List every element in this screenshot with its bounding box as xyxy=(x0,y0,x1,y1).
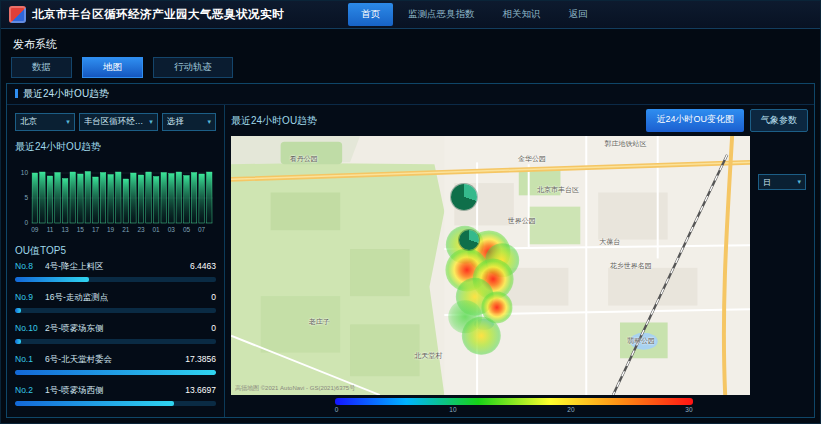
map-label-4: 世界公园 xyxy=(508,216,536,226)
map-pie-marker-0 xyxy=(451,184,477,210)
panel-header: 最近24小时OU趋势 xyxy=(7,84,814,105)
svg-text:10: 10 xyxy=(21,169,29,176)
city-select[interactable]: 北京▾ xyxy=(15,113,75,131)
trend-chart-title: 最近24小时OU趋势 xyxy=(15,140,216,154)
top5-label: 1号-喷雾场西侧 xyxy=(45,385,181,397)
map-period-value: 日 xyxy=(763,177,771,188)
legend-ticks: 0102030 xyxy=(335,406,693,413)
top5-bar-fill xyxy=(15,339,21,344)
main-panel: 最近24小时OU趋势 北京▾丰台区循环经济产▾选择▾ 最近24小时OU趋势 05… xyxy=(6,83,815,418)
nav-item-3[interactable]: 返回 xyxy=(556,3,601,26)
ou-color-legend: 0102030 xyxy=(335,398,693,413)
top5-bar-track xyxy=(15,308,216,313)
app-window: 北京市丰台区循环经济产业园大气恶臭状况实时 首页监测点恶臭指数相关知识返回 发布… xyxy=(0,0,821,424)
map-button-1[interactable]: 气象参数 xyxy=(750,109,808,132)
top5-bar-fill xyxy=(15,308,21,313)
point-select[interactable]: 选择▾ xyxy=(162,113,216,131)
map-toolbar: 最近24小时OU趋势 近24小时OU变化图气象参数 xyxy=(231,109,808,132)
tab-0[interactable]: 数据 xyxy=(11,57,72,78)
publish-system-label: 发布系统 xyxy=(13,38,57,50)
svg-text:03: 03 xyxy=(168,226,176,233)
svg-text:11: 11 xyxy=(47,226,54,233)
map-row: 看丹公园郭庄地铁站区金华公园北京市丰台区世界公园大葆台花乡世界名园翡翠公园北天堂… xyxy=(231,136,808,395)
top5-item-row: No.21号-喷雾场西侧13.6697 xyxy=(15,385,216,397)
tab-1[interactable]: 地图 xyxy=(82,57,143,78)
top5-item-row: No.102号-喷雾场东侧0 xyxy=(15,323,216,335)
top-header: 北京市丰台区循环经济产业园大气恶臭状况实时 首页监测点恶臭指数相关知识返回 xyxy=(1,1,820,29)
svg-text:23: 23 xyxy=(137,226,145,233)
svg-text:15: 15 xyxy=(77,226,85,233)
map-label-3: 北京市丰台区 xyxy=(537,185,579,195)
map-label-1: 郭庄地铁站区 xyxy=(604,139,646,149)
top5-label: 16号-走动监测点 xyxy=(45,292,207,304)
top5-item-row: No.916号-走动监测点0 xyxy=(15,292,216,304)
top5-bar-fill xyxy=(15,401,174,406)
map-label-6: 花乡世界名园 xyxy=(610,261,652,271)
tab-2[interactable]: 行动轨迹 xyxy=(153,57,233,78)
top5-rank: No.9 xyxy=(15,292,41,302)
svg-text:07: 07 xyxy=(198,226,206,233)
chevron-down-icon: ▾ xyxy=(207,118,211,126)
map-button-0[interactable]: 近24小时OU变化图 xyxy=(646,109,744,132)
left-sidebar: 北京▾丰台区循环经济产▾选择▾ 最近24小时OU趋势 0510091113151… xyxy=(7,105,225,417)
top5-rank: No.1 xyxy=(15,354,41,364)
nav-item-1[interactable]: 监测点恶臭指数 xyxy=(395,3,488,26)
top5-rank: No.10 xyxy=(15,323,41,333)
app-logo xyxy=(9,6,26,23)
city-select-value: 北京 xyxy=(20,116,37,128)
map-basemap xyxy=(231,136,750,395)
top5-bar-fill xyxy=(15,370,216,375)
chevron-down-icon: ▾ xyxy=(797,178,801,186)
nav-item-2[interactable]: 相关知识 xyxy=(490,3,554,26)
svg-text:5: 5 xyxy=(24,194,28,201)
top5-rank: No.8 xyxy=(15,261,41,271)
svg-text:17: 17 xyxy=(92,226,100,233)
panel-title: 最近24小时OU趋势 xyxy=(15,87,109,101)
top5-item-2: No.102号-喷雾场东侧0 xyxy=(15,323,216,344)
legend-tick-2: 20 xyxy=(567,406,574,413)
publish-system-row: 发布系统 xyxy=(1,29,820,52)
top5-bar-track xyxy=(15,401,216,406)
map-canvas[interactable]: 看丹公园郭庄地铁站区金华公园北京市丰台区世界公园大葆台花乡世界名园翡翠公园北天堂… xyxy=(231,136,750,395)
chevron-down-icon: ▾ xyxy=(66,118,70,126)
filter-row: 北京▾丰台区循环经济产▾选择▾ xyxy=(15,113,216,131)
top5-value: 6.4463 xyxy=(190,261,216,271)
svg-text:19: 19 xyxy=(107,226,115,233)
top5-item-0: No.84号-降尘上料区6.4463 xyxy=(15,261,216,282)
top5-bar-fill xyxy=(15,277,89,282)
legend-row: 0102030 xyxy=(231,395,808,415)
top5-item-3: No.16号-北天堂村委会17.3856 xyxy=(15,354,216,375)
svg-text:09: 09 xyxy=(31,226,39,233)
legend-tick-3: 30 xyxy=(685,406,692,413)
top5-list: No.84号-降尘上料区6.4463No.916号-走动监测点0No.102号-… xyxy=(15,261,216,416)
map-label-5: 大葆台 xyxy=(599,237,620,247)
top5-rank: No.2 xyxy=(15,385,41,395)
main-nav: 首页监测点恶臭指数相关知识返回 xyxy=(348,3,601,26)
map-section-title: 最近24小时OU趋势 xyxy=(231,114,317,128)
map-buttons: 近24小时OU变化图气象参数 xyxy=(646,109,808,132)
map-pie-marker-1 xyxy=(459,230,479,250)
map-label-7: 翡翠公园 xyxy=(627,336,655,346)
map-section: 最近24小时OU趋势 近24小时OU变化图气象参数 xyxy=(225,105,814,417)
map-attribution: 高德地图 ©2021 AutoNavi - GS(2021)6375号 xyxy=(235,384,355,393)
top5-item-4: No.21号-喷雾场西侧13.6697 xyxy=(15,385,216,406)
app-title: 北京市丰台区循环经济产业园大气恶臭状况实时 xyxy=(32,7,284,22)
svg-text:13: 13 xyxy=(61,226,69,233)
nav-item-0[interactable]: 首页 xyxy=(348,3,393,26)
top5-title: OU值TOP5 xyxy=(15,244,216,258)
top5-bar-track xyxy=(15,339,216,344)
map-label-0: 看丹公园 xyxy=(290,154,318,164)
map-period-select[interactable]: 日 ▾ xyxy=(758,174,806,190)
point-select-value: 选择 xyxy=(167,116,184,128)
top5-bar-track xyxy=(15,370,216,375)
top5-value: 0 xyxy=(211,323,216,333)
top5-label: 2号-喷雾场东侧 xyxy=(45,323,207,335)
svg-text:21: 21 xyxy=(122,226,130,233)
top5-item-1: No.916号-走动监测点0 xyxy=(15,292,216,313)
map-gutter: 日 ▾ xyxy=(750,136,808,395)
top5-value: 0 xyxy=(211,292,216,302)
park-select-value: 丰台区循环经济产 xyxy=(84,116,147,128)
top5-item-row: No.84号-降尘上料区6.4463 xyxy=(15,261,216,273)
park-select[interactable]: 丰台区循环经济产▾ xyxy=(79,113,158,131)
svg-text:05: 05 xyxy=(183,226,191,233)
